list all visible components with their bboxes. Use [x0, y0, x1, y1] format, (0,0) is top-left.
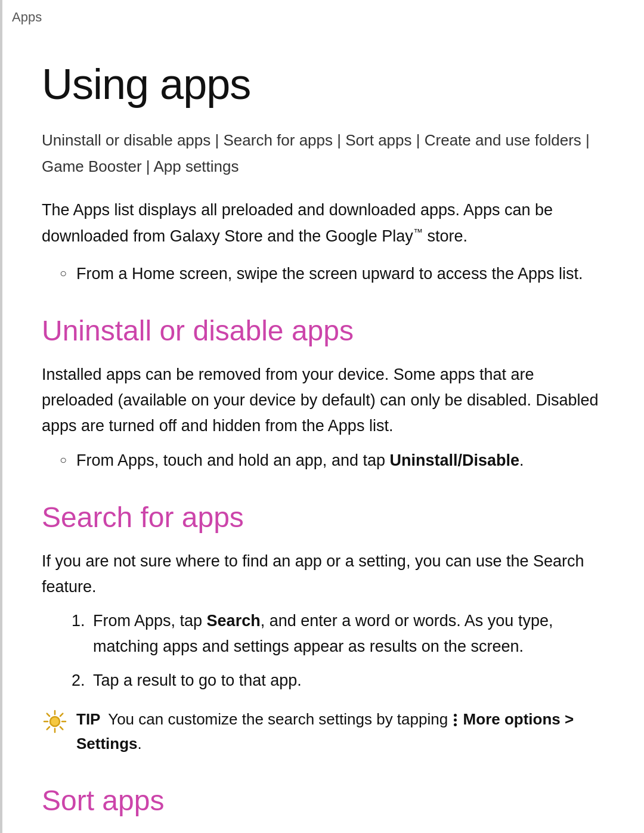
intro-bullet-text: From a Home screen, swipe the screen upw…	[76, 261, 583, 287]
toc-links: Uninstall or disable apps | Search for a…	[42, 127, 602, 179]
tip-text-search: TIP You can customize the search setting…	[76, 707, 602, 757]
tip-box-search: TIP You can customize the search setting…	[42, 707, 602, 757]
section1-bullet-text: From Apps, touch and hold an app, and ta…	[76, 448, 524, 473]
section2-steps: 1. From Apps, tap Search, and enter a wo…	[72, 608, 602, 694]
intro-paragraph: The Apps list displays all preloaded and…	[42, 197, 602, 249]
breadcrumb: Apps	[0, 0, 644, 34]
toc-link-gamebooster[interactable]: Game Booster	[42, 157, 142, 175]
section1-paragraph: Installed apps can be removed from your …	[42, 362, 602, 439]
tip-icon-search	[42, 708, 68, 742]
bullet-circle-icon: ○	[60, 264, 67, 283]
section-heading-uninstall: Uninstall or disable apps	[42, 309, 602, 352]
step-1: 1. From Apps, tap Search, and enter a wo…	[72, 608, 602, 659]
step-1-text: From Apps, tap Search, and enter a word …	[93, 608, 602, 659]
section-heading-search: Search for apps	[42, 496, 602, 539]
page-title: Using apps	[42, 52, 602, 116]
svg-line-8	[47, 727, 49, 729]
svg-point-0	[50, 717, 60, 726]
more-options-icon	[454, 714, 457, 726]
toc-link-search[interactable]: Search for apps	[223, 131, 333, 149]
section-heading-sort: Sort apps	[42, 779, 602, 822]
step-1-num: 1.	[72, 608, 93, 634]
toc-link-folders[interactable]: Create and use folders	[425, 131, 581, 149]
section2-paragraph: If you are not sure where to find an app…	[42, 549, 602, 600]
step-2-num: 2.	[72, 668, 93, 693]
toc-link-appsettings[interactable]: App settings	[153, 157, 239, 175]
toc-link-uninstall[interactable]: Uninstall or disable apps	[42, 131, 210, 149]
svg-line-7	[60, 713, 63, 716]
intro-bullet: ○ From a Home screen, swipe the screen u…	[60, 261, 602, 287]
page-border	[0, 0, 2, 833]
section1-bullet: ○ From Apps, touch and hold an app, and …	[60, 448, 602, 473]
toc-link-sort[interactable]: Sort apps	[345, 131, 411, 149]
svg-line-6	[60, 727, 63, 729]
step-2-text: Tap a result to go to that app.	[93, 668, 302, 693]
svg-line-5	[47, 713, 49, 716]
bullet-circle-icon-2: ○	[60, 450, 67, 469]
step-2: 2. Tap a result to go to that app.	[72, 668, 602, 693]
